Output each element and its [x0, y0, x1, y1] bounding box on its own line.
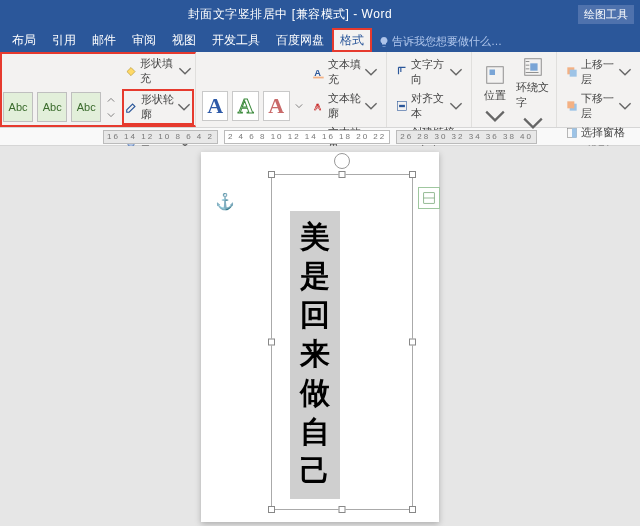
- position-icon: [484, 64, 506, 86]
- tab-view[interactable]: 视图: [164, 28, 204, 52]
- tab-review[interactable]: 审阅: [124, 28, 164, 52]
- vertical-text[interactable]: 美是回来做自己: [290, 211, 340, 499]
- tab-mailings[interactable]: 邮件: [84, 28, 124, 52]
- selected-shape[interactable]: 美是回来做自己: [271, 174, 413, 510]
- send-backward-icon: [565, 99, 579, 113]
- wordart-gallery-more[interactable]: [294, 91, 305, 121]
- tell-me[interactable]: 告诉我您想要做什么…: [372, 34, 508, 52]
- wrap-text-icon: [522, 56, 544, 78]
- align-text-label: 对齐文本: [411, 91, 446, 121]
- align-text-button[interactable]: 对齐文本: [393, 90, 464, 122]
- tab-references[interactable]: 引用: [44, 28, 84, 52]
- anchor-icon: ⚓: [215, 192, 235, 211]
- align-icon: [395, 99, 409, 113]
- text-fill-button[interactable]: A 文本填充: [310, 56, 380, 88]
- resize-handle[interactable]: [339, 171, 346, 178]
- chevron-down-icon: [107, 111, 115, 119]
- resize-handle[interactable]: [409, 506, 416, 513]
- group-position: 位置 环绕文字: [472, 52, 557, 127]
- svg-text:A: A: [314, 68, 321, 78]
- resize-handle[interactable]: [409, 171, 416, 178]
- shape-style-preview-1[interactable]: Abc: [3, 92, 33, 122]
- layout-options-icon: [422, 191, 436, 205]
- resize-handle[interactable]: [268, 339, 275, 346]
- shape-style-gallery-more[interactable]: [105, 92, 116, 122]
- svg-rect-10: [530, 63, 537, 70]
- bring-forward-button[interactable]: 上移一层: [563, 56, 634, 88]
- svg-rect-6: [399, 105, 405, 107]
- tab-layout[interactable]: 布局: [4, 28, 44, 52]
- chevron-down-icon: [295, 102, 303, 110]
- tab-baidu[interactable]: 百度网盘: [268, 28, 332, 52]
- shape-outline-button[interactable]: 形状轮廓: [122, 89, 194, 125]
- chevron-down-icon: [178, 64, 192, 78]
- shape-style-preview-3[interactable]: Abc: [71, 92, 101, 122]
- text-outline-label: 文本轮廓: [328, 91, 362, 121]
- ribbon-tabs: 布局 引用 邮件 审阅 视图 开发工具 百度网盘 格式 告诉我您想要做什么…: [0, 28, 640, 52]
- pen-outline-icon: [125, 100, 139, 114]
- ruler-segment-left: 16 14 12 10 8 6 4 2: [103, 130, 218, 144]
- paint-bucket-icon: [124, 64, 138, 78]
- resize-handle[interactable]: [339, 506, 346, 513]
- bring-forward-icon: [565, 65, 579, 79]
- wordart-preview-2[interactable]: A: [232, 91, 259, 121]
- compat-mode: [兼容模式]: [292, 7, 350, 21]
- group-shape-styles: Abc Abc Abc 形状填充 形状轮廓: [0, 52, 196, 127]
- resize-handle[interactable]: [268, 171, 275, 178]
- group-wordart-styles: A A A A 文本填充 A 文本轮廓 A 文本效果: [196, 52, 387, 127]
- send-backward-label: 下移一层: [581, 91, 616, 121]
- bring-forward-label: 上移一层: [581, 57, 616, 87]
- window-title: 封面文字竖排居中 [兼容模式] - Word: [6, 6, 574, 23]
- tell-me-label: 告诉我您想要做什么…: [392, 34, 502, 49]
- text-fill-label: 文本填充: [328, 57, 362, 87]
- ribbon: Abc Abc Abc 形状填充 形状轮廓: [0, 52, 640, 128]
- svg-rect-16: [572, 128, 577, 137]
- text-direction-icon: [395, 65, 409, 79]
- resize-handle[interactable]: [268, 506, 275, 513]
- text-outline-icon: A: [312, 99, 326, 113]
- selection-pane-button[interactable]: 选择窗格: [563, 124, 634, 141]
- chevron-down-icon: [449, 99, 463, 113]
- svg-rect-8: [489, 69, 495, 75]
- chevron-down-icon: [618, 99, 632, 113]
- shape-fill-label: 形状填充: [140, 56, 176, 86]
- selection-pane-label: 选择窗格: [581, 125, 625, 140]
- chevron-down-icon: [364, 65, 378, 79]
- shape-style-preview-2[interactable]: Abc: [37, 92, 67, 122]
- text-direction-button[interactable]: 文字方向: [393, 56, 464, 88]
- lightbulb-icon: [378, 36, 390, 48]
- svg-text:A: A: [314, 102, 321, 112]
- wrap-text-button[interactable]: 环绕文字: [516, 56, 550, 134]
- layout-options-button[interactable]: [418, 187, 440, 209]
- chevron-down-icon: [177, 100, 191, 114]
- rotate-handle[interactable]: [334, 153, 350, 169]
- chevron-down-icon: [449, 65, 463, 79]
- chevron-down-icon: [618, 65, 632, 79]
- wrap-label: 环绕文字: [516, 80, 550, 110]
- title-bar: 封面文字竖排居中 [兼容模式] - Word 绘图工具: [0, 0, 640, 28]
- doc-name: 封面文字竖排居中: [188, 7, 288, 21]
- text-fill-icon: A: [312, 65, 326, 79]
- wordart-preview-1[interactable]: A: [202, 91, 229, 121]
- wordart-preview-3[interactable]: A: [263, 91, 290, 121]
- page[interactable]: ⚓ 美是回来做自己: [201, 152, 439, 522]
- tab-format[interactable]: 格式: [332, 28, 372, 52]
- resize-handle[interactable]: [409, 339, 416, 346]
- tab-developer[interactable]: 开发工具: [204, 28, 268, 52]
- send-backward-button[interactable]: 下移一层: [563, 90, 634, 122]
- text-direction-label: 文字方向: [411, 57, 446, 87]
- selection-pane-icon: [565, 126, 579, 140]
- position-button[interactable]: 位置: [478, 64, 512, 127]
- shape-fill-button[interactable]: 形状填充: [122, 55, 194, 87]
- svg-rect-14: [567, 101, 574, 108]
- position-label: 位置: [484, 88, 506, 103]
- app-name: Word: [362, 7, 392, 21]
- chevron-down-icon: [364, 99, 378, 113]
- svg-rect-2: [313, 77, 324, 79]
- group-arrange: 上移一层 下移一层 选择窗格 排列: [557, 52, 640, 127]
- shape-outline-label: 形状轮廓: [141, 92, 175, 122]
- text-outline-button[interactable]: A 文本轮廓: [310, 90, 380, 122]
- chevron-down-icon: [484, 105, 506, 127]
- svg-rect-12: [569, 70, 576, 77]
- document-canvas[interactable]: ⚓ 美是回来做自己: [0, 146, 640, 526]
